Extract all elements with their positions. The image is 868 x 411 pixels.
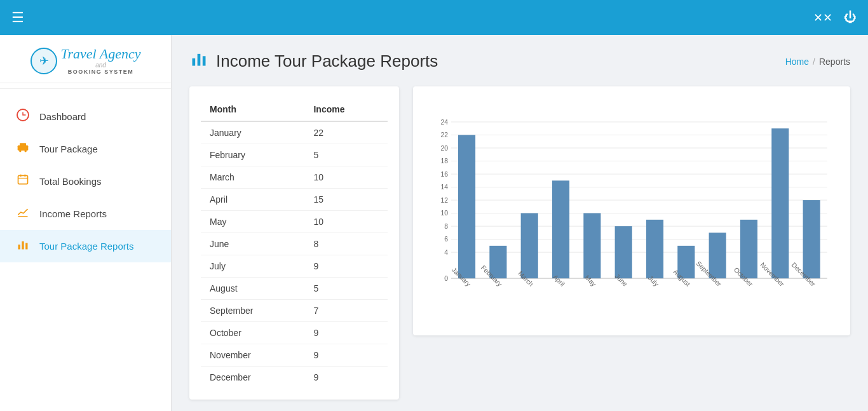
sidebar-logo: ✈ Travel Agency and BOOKING SYSTEM — [0, 35, 171, 83]
hamburger-icon[interactable]: ☰ — [11, 10, 24, 26]
cell-month: January — [201, 121, 304, 144]
svg-rect-14 — [25, 243, 27, 250]
svg-rect-12 — [18, 245, 20, 250]
table-row: December9 — [201, 367, 388, 389]
cell-income: 9 — [304, 344, 388, 367]
cell-income: 15 — [304, 189, 388, 211]
navbar-left: ☰ — [11, 10, 24, 26]
logo-line3: BOOKING SYSTEM — [60, 69, 140, 75]
cell-income: 10 — [304, 211, 388, 233]
breadcrumb-separator: / — [813, 57, 815, 67]
bar-may — [583, 213, 600, 279]
sidebar-item-tour-package[interactable]: Tour Package — [0, 133, 171, 165]
cell-income: 9 — [304, 255, 388, 278]
svg-rect-7 — [18, 176, 28, 184]
svg-text:20: 20 — [441, 145, 449, 152]
logo-line1: Travel Agency — [60, 46, 140, 62]
bar-november — [771, 128, 789, 278]
cell-month: June — [201, 233, 304, 255]
svg-text:10: 10 — [441, 210, 449, 217]
table-row: May10 — [201, 211, 388, 233]
power-icon[interactable]: ⏻ — [844, 10, 857, 25]
sidebar-label-dashboard: Dashboard — [39, 111, 86, 122]
svg-text:6: 6 — [444, 236, 448, 243]
svg-text:16: 16 — [441, 171, 449, 178]
table-row: February5 — [201, 144, 388, 166]
sidebar: ✈ Travel Agency and BOOKING SYSTEM — [0, 35, 172, 411]
cell-income: 9 — [304, 322, 388, 344]
dashboard-icon — [15, 109, 31, 125]
cell-income: 5 — [304, 278, 388, 300]
col-header-income: Income — [304, 98, 388, 121]
navbar: ☰ ✕✕ ⏻ — [0, 0, 868, 35]
table-row: March10 — [201, 166, 388, 189]
page-title-icon — [189, 50, 208, 72]
table-row: July9 — [201, 255, 388, 278]
col-header-month: Month — [201, 98, 304, 121]
bar-april — [552, 180, 569, 278]
cell-income: 22 — [304, 121, 388, 144]
bar-july — [646, 220, 663, 278]
svg-rect-6 — [20, 144, 26, 147]
bar-chart: 04681012141618202224JanuaryFebruaryMarch… — [427, 98, 836, 327]
chart-container: 04681012141618202224JanuaryFebruaryMarch… — [427, 98, 836, 327]
content-grid: Month Income January22February5March10Ap… — [189, 86, 850, 400]
svg-rect-16 — [198, 54, 201, 66]
bar-october — [740, 220, 757, 278]
svg-text:0: 0 — [444, 275, 448, 282]
cell-month: July — [201, 255, 304, 278]
income-icon — [15, 206, 31, 222]
bar-june — [615, 226, 632, 278]
cell-income: 10 — [304, 166, 388, 189]
cell-month: December — [201, 367, 304, 389]
cell-month: April — [201, 189, 304, 211]
table-row: August5 — [201, 278, 388, 300]
cell-month: May — [201, 211, 304, 233]
page-title-text: Income Tour Package Reports — [216, 51, 438, 71]
sidebar-divider — [0, 88, 171, 89]
breadcrumb-home[interactable]: Home — [785, 57, 809, 67]
sidebar-label-income-reports: Income Reports — [39, 208, 107, 219]
navbar-right: ✕✕ ⏻ — [813, 10, 857, 25]
svg-rect-17 — [203, 56, 206, 65]
svg-text:24: 24 — [441, 119, 449, 126]
breadcrumb: Home / Reports — [785, 57, 850, 67]
sidebar-label-total-bookings: Total Bookings — [39, 176, 102, 187]
svg-text:✈: ✈ — [39, 55, 49, 67]
cell-income: 8 — [304, 233, 388, 255]
sidebar-item-income-reports[interactable]: Income Reports — [0, 198, 171, 230]
svg-text:22: 22 — [441, 131, 449, 138]
cell-income: 7 — [304, 300, 388, 322]
cell-income: 9 — [304, 367, 388, 389]
logo-line2: and — [60, 62, 140, 69]
table-row: October9 — [201, 322, 388, 344]
cell-month: September — [201, 300, 304, 322]
svg-text:12: 12 — [441, 197, 449, 204]
table-card: Month Income January22February5March10Ap… — [189, 86, 399, 400]
sidebar-item-dashboard[interactable]: Dashboard — [0, 100, 171, 133]
cell-income: 5 — [304, 144, 388, 166]
svg-text:4: 4 — [444, 249, 448, 256]
main-layout: ✈ Travel Agency and BOOKING SYSTEM — [0, 35, 868, 411]
svg-rect-15 — [193, 58, 196, 66]
table-row: April15 — [201, 189, 388, 211]
sidebar-item-total-bookings[interactable]: Total Bookings — [0, 165, 171, 198]
expand-icon[interactable]: ✕✕ — [813, 11, 832, 25]
table-row: June8 — [201, 233, 388, 255]
chart-card: 04681012141618202224JanuaryFebruaryMarch… — [413, 86, 850, 335]
svg-text:18: 18 — [441, 158, 449, 165]
cell-month: August — [201, 278, 304, 300]
sidebar-item-tour-package-reports[interactable]: Tour Package Reports — [0, 230, 171, 262]
income-table: Month Income January22February5March10Ap… — [201, 98, 388, 388]
cell-month: October — [201, 322, 304, 344]
table-row: January22 — [201, 121, 388, 144]
cell-month: November — [201, 344, 304, 367]
table-row: November9 — [201, 344, 388, 367]
svg-rect-13 — [22, 241, 24, 250]
bookings-icon — [15, 173, 31, 189]
page-title: Income Tour Package Reports — [189, 50, 438, 72]
sidebar-label-tour-package-reports: Tour Package Reports — [39, 241, 133, 252]
svg-point-5 — [25, 150, 27, 152]
bar-december — [803, 200, 820, 278]
svg-point-4 — [19, 150, 21, 152]
